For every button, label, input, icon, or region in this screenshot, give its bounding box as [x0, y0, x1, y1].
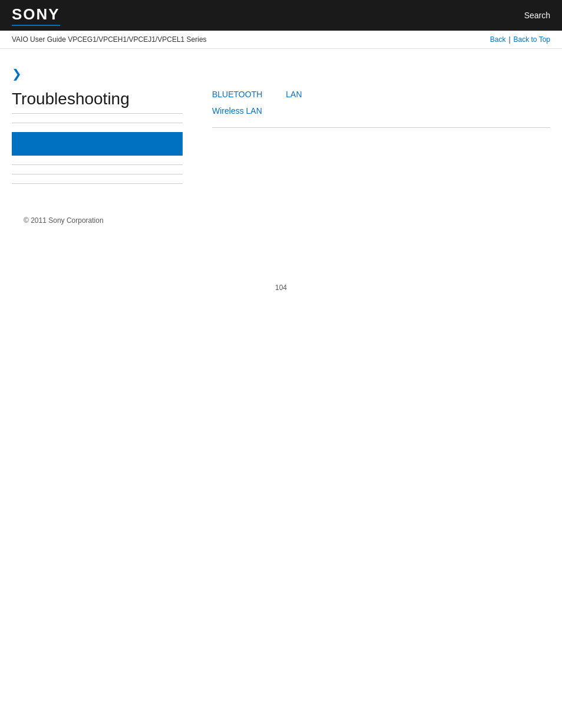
footer-copyright: © 2011 Sony Corporation: [12, 216, 550, 225]
sidebar-divider-4: [12, 183, 183, 184]
sidebar-divider-1: [12, 123, 183, 123]
guide-title: VAIO User Guide VPCEG1/VPCEH1/VPCEJ1/VPC…: [12, 35, 207, 44]
page-number: 104: [0, 284, 562, 292]
nav-separator: |: [508, 35, 510, 44]
breadcrumb-bar: VAIO User Guide VPCEG1/VPCEH1/VPCEJ1/VPC…: [0, 31, 562, 49]
sidebar: Troubleshooting: [12, 90, 194, 193]
topic-link[interactable]: BLUETOOTH: [212, 90, 262, 99]
topics-column-1: BLUETOOTHWireless LAN: [212, 90, 262, 116]
topic-link[interactable]: Wireless LAN: [212, 106, 262, 116]
arrow-icon: ❯: [12, 67, 550, 81]
topic-link[interactable]: LAN: [286, 90, 302, 99]
header: SONY Search: [0, 0, 562, 31]
content-area: Troubleshooting BLUETOOTHWireless LAN LA…: [12, 90, 550, 193]
back-link[interactable]: Back: [490, 35, 506, 44]
right-content: BLUETOOTHWireless LAN LAN: [194, 90, 550, 193]
back-to-top-link[interactable]: Back to Top: [514, 35, 550, 44]
topics-grid: BLUETOOTHWireless LAN LAN: [212, 90, 550, 128]
sidebar-divider-2: [12, 164, 183, 165]
sidebar-divider-3: [12, 174, 183, 174]
sidebar-title: Troubleshooting: [12, 90, 183, 114]
topics-column-2: LAN: [286, 90, 302, 116]
breadcrumb-nav: Back | Back to Top: [490, 35, 550, 44]
sidebar-blue-block: [12, 132, 183, 156]
main-content: ❯ Troubleshooting BLUETOOTHWireless LAN …: [0, 49, 562, 248]
search-button[interactable]: Search: [524, 11, 550, 20]
sony-logo: SONY: [12, 5, 60, 26]
